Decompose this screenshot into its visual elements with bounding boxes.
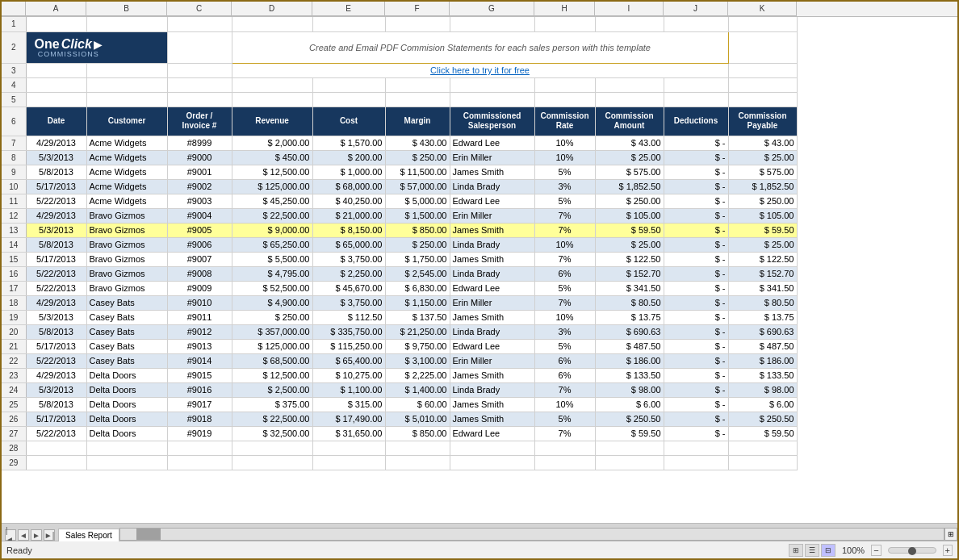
cell-27C[interactable]: #9019 xyxy=(167,426,232,441)
cell-27A[interactable]: 5/22/2013 xyxy=(26,426,86,441)
col-header-E[interactable]: E xyxy=(312,2,385,16)
cell-8A[interactable]: 5/3/2013 xyxy=(26,150,86,165)
cell-22F[interactable]: $ 3,100.00 xyxy=(385,353,450,368)
col-header-K[interactable]: K xyxy=(728,2,797,16)
cell-10J[interactable]: $ - xyxy=(664,179,728,194)
cell-21G[interactable]: Edward Lee xyxy=(450,339,534,353)
cell-12A[interactable]: 4/29/2013 xyxy=(26,208,86,223)
cell-21H[interactable]: 5% xyxy=(534,339,595,353)
cell-14H[interactable]: 10% xyxy=(534,237,595,252)
col-header-B[interactable]: B xyxy=(86,2,167,16)
cell-12J[interactable]: $ - xyxy=(664,208,728,223)
grid-wrapper[interactable]: 1 2 OneClick▶ xyxy=(2,17,957,523)
zoom-slider[interactable] xyxy=(888,547,936,554)
cell-19J[interactable]: $ - xyxy=(664,310,728,324)
cell-25I[interactable]: $ 6.00 xyxy=(595,397,664,412)
cell-12H[interactable]: 7% xyxy=(534,208,595,223)
cell-17B[interactable]: Bravo Gizmos xyxy=(86,281,167,295)
tab-nav-first[interactable]: |◄ xyxy=(5,529,16,541)
cell-8B[interactable]: Acme Widgets xyxy=(86,150,167,165)
cell-22D[interactable]: $ 68,500.00 xyxy=(232,353,312,368)
cell-7C[interactable]: #8999 xyxy=(167,136,232,150)
cell-12K[interactable]: $ 105.00 xyxy=(728,208,797,223)
cell-11H[interactable]: 5% xyxy=(534,194,595,208)
cell-20F[interactable]: $ 21,250.00 xyxy=(385,324,450,339)
cell-11F[interactable]: $ 5,000.00 xyxy=(385,194,450,208)
cell-26K[interactable]: $ 250.50 xyxy=(728,412,797,426)
cell-23E[interactable]: $ 10,275.00 xyxy=(312,368,385,382)
cell-9G[interactable]: James Smith xyxy=(450,165,534,179)
cell-25A[interactable]: 5/8/2013 xyxy=(26,397,86,412)
cell-13E[interactable]: $ 8,150.00 xyxy=(312,223,385,237)
cell-12D[interactable]: $ 22,500.00 xyxy=(232,208,312,223)
cell-9K[interactable]: $ 575.00 xyxy=(728,165,797,179)
cell-7F[interactable]: $ 430.00 xyxy=(385,136,450,150)
cell-15A[interactable]: 5/17/2013 xyxy=(26,252,86,266)
col-header-I[interactable]: I xyxy=(595,2,664,16)
cell-10K[interactable]: $ 1,852.50 xyxy=(728,179,797,194)
cell-11G[interactable]: Edward Lee xyxy=(450,194,534,208)
cell-9H[interactable]: 5% xyxy=(534,165,595,179)
cell-13D[interactable]: $ 9,000.00 xyxy=(232,223,312,237)
cell-8H[interactable]: 10% xyxy=(534,150,595,165)
cell-27B[interactable]: Delta Doors xyxy=(86,426,167,441)
cell-16H[interactable]: 6% xyxy=(534,266,595,281)
cell-15D[interactable]: $ 5,500.00 xyxy=(232,252,312,266)
col-header-D[interactable]: D xyxy=(232,2,312,16)
cell-24B[interactable]: Delta Doors xyxy=(86,382,167,397)
cell-11D[interactable]: $ 45,250.00 xyxy=(232,194,312,208)
cell-14I[interactable]: $ 25.00 xyxy=(595,237,664,252)
cell-17E[interactable]: $ 45,670.00 xyxy=(312,281,385,295)
cell-19C[interactable]: #9011 xyxy=(167,310,232,324)
cell-8E[interactable]: $ 200.00 xyxy=(312,150,385,165)
cell-19H[interactable]: 10% xyxy=(534,310,595,324)
zoom-thumb[interactable] xyxy=(908,547,916,555)
cell-8J[interactable]: $ - xyxy=(664,150,728,165)
cell-20E[interactable]: $ 335,750.00 xyxy=(312,324,385,339)
cell-15G[interactable]: James Smith xyxy=(450,252,534,266)
cell-11A[interactable]: 5/22/2013 xyxy=(26,194,86,208)
cell-7A[interactable]: 4/29/2013 xyxy=(26,136,86,150)
cell-18D[interactable]: $ 4,900.00 xyxy=(232,295,312,310)
cell-21A[interactable]: 5/17/2013 xyxy=(26,339,86,353)
cell-15J[interactable]: $ - xyxy=(664,252,728,266)
cell-7E[interactable]: $ 1,570.00 xyxy=(312,136,385,150)
cell-21E[interactable]: $ 115,250.00 xyxy=(312,339,385,353)
cell-25B[interactable]: Delta Doors xyxy=(86,397,167,412)
col-header-H[interactable]: H xyxy=(534,2,595,16)
cell-16I[interactable]: $ 152.70 xyxy=(595,266,664,281)
cell-24H[interactable]: 7% xyxy=(534,382,595,397)
cell-13A[interactable]: 5/3/2013 xyxy=(26,223,86,237)
cell-24A[interactable]: 5/3/2013 xyxy=(26,382,86,397)
cell-16J[interactable]: $ - xyxy=(664,266,728,281)
cell-19I[interactable]: $ 13.75 xyxy=(595,310,664,324)
cell-18B[interactable]: Casey Bats xyxy=(86,295,167,310)
cell-7G[interactable]: Edward Lee xyxy=(450,136,534,150)
cell-21I[interactable]: $ 487.50 xyxy=(595,339,664,353)
cell-27D[interactable]: $ 32,500.00 xyxy=(232,426,312,441)
cell-26I[interactable]: $ 250.50 xyxy=(595,412,664,426)
cell-21J[interactable]: $ - xyxy=(664,339,728,353)
cell-13C[interactable]: #9005 xyxy=(167,223,232,237)
cell-17C[interactable]: #9009 xyxy=(167,281,232,295)
cell-16K[interactable]: $ 152.70 xyxy=(728,266,797,281)
cell-27J[interactable]: $ - xyxy=(664,426,728,441)
cell-23J[interactable]: $ - xyxy=(664,368,728,382)
cell-25D[interactable]: $ 375.00 xyxy=(232,397,312,412)
cell-20C[interactable]: #9012 xyxy=(167,324,232,339)
cell-9E[interactable]: $ 1,000.00 xyxy=(312,165,385,179)
cell-20I[interactable]: $ 690.63 xyxy=(595,324,664,339)
cell-15I[interactable]: $ 122.50 xyxy=(595,252,664,266)
cell-16C[interactable]: #9008 xyxy=(167,266,232,281)
cell-24G[interactable]: Linda Brady xyxy=(450,382,534,397)
cell-25C[interactable]: #9017 xyxy=(167,397,232,412)
cell-10H[interactable]: 3% xyxy=(534,179,595,194)
cell-21K[interactable]: $ 487.50 xyxy=(728,339,797,353)
cell-10B[interactable]: Acme Widgets xyxy=(86,179,167,194)
cell-23F[interactable]: $ 2,225.00 xyxy=(385,368,450,382)
cell-13J[interactable]: $ - xyxy=(664,223,728,237)
cell-22K[interactable]: $ 186.00 xyxy=(728,353,797,368)
cell-22B[interactable]: Casey Bats xyxy=(86,353,167,368)
cell-23K[interactable]: $ 133.50 xyxy=(728,368,797,382)
cell-19D[interactable]: $ 250.00 xyxy=(232,310,312,324)
